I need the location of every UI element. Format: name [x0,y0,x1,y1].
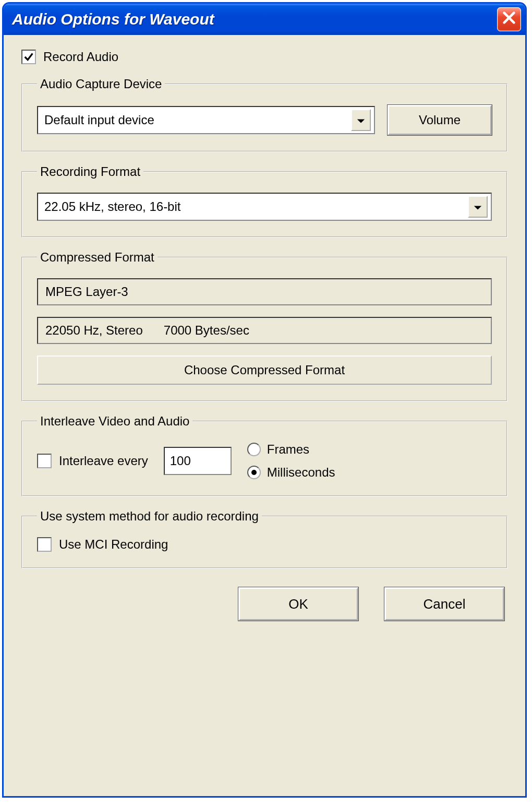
client-area: Record Audio Audio Capture Device Defaul… [4,35,525,635]
cancel-button[interactable]: Cancel [384,587,504,621]
capture-device-group: Audio Capture Device Default input devic… [21,77,507,152]
dialog-footer: OK Cancel [21,568,507,621]
interleave-unit-radios: Frames Milliseconds [247,442,335,480]
close-icon [502,10,516,28]
titlebar: Audio Options for Waveout [4,4,525,35]
choose-compressed-format-button[interactable]: Choose Compressed Format [37,355,492,385]
compressed-format-group: Compressed Format MPEG Layer-3 22050 Hz,… [21,250,507,401]
record-audio-row: Record Audio [21,50,507,64]
volume-button[interactable]: Volume [388,105,492,135]
interleave-group: Interleave Video and Audio Interleave ev… [21,414,507,496]
capture-device-combo[interactable]: Default input device [37,106,375,134]
capture-device-dropdown-button[interactable] [351,109,371,131]
interleave-ms-option[interactable]: Milliseconds [247,465,335,480]
close-button[interactable] [497,7,521,31]
recording-format-legend: Recording Format [37,164,143,179]
compressed-format-legend: Compressed Format [37,250,158,265]
interleave-frames-label: Frames [267,442,309,457]
volume-button-label: Volume [419,113,461,127]
interleave-ms-radio[interactable] [247,466,261,479]
cancel-button-label: Cancel [424,596,466,612]
dialog-window: Audio Options for Waveout Record Audio A… [2,2,527,798]
recording-format-group: Recording Format 22.05 kHz, stereo, 16-b… [21,164,507,238]
mci-recording-checkbox[interactable] [37,537,52,552]
ok-button[interactable]: OK [238,587,358,621]
interleave-checkbox[interactable] [37,454,52,468]
recording-format-dropdown-button[interactable] [468,196,488,218]
interleave-legend: Interleave Video and Audio [37,414,192,429]
compressed-detail-display: 22050 Hz, Stereo 7000 Bytes/sec [37,317,492,344]
ok-button-label: OK [288,596,308,612]
interleave-frames-radio[interactable] [247,443,261,456]
capture-device-selected: Default input device [44,113,154,127]
system-method-group: Use system method for audio recording Us… [21,509,507,568]
window-title: Audio Options for Waveout [12,10,214,28]
interleave-checkbox-label: Interleave every [59,454,148,468]
record-audio-checkbox[interactable] [21,50,36,64]
chevron-down-icon [356,113,366,127]
capture-device-legend: Audio Capture Device [37,77,165,91]
interleave-value-input[interactable] [164,447,232,475]
interleave-ms-label: Milliseconds [267,465,335,480]
mci-recording-label: Use MCI Recording [59,537,168,552]
compressed-codec-display: MPEG Layer-3 [37,278,492,305]
record-audio-label: Record Audio [43,50,118,64]
recording-format-combo[interactable]: 22.05 kHz, stereo, 16-bit [37,193,492,221]
chevron-down-icon [473,199,482,214]
recording-format-selected: 22.05 kHz, stereo, 16-bit [44,199,180,214]
choose-compressed-format-label: Choose Compressed Format [184,363,345,377]
interleave-frames-option[interactable]: Frames [247,442,335,457]
system-method-legend: Use system method for audio recording [37,509,262,524]
